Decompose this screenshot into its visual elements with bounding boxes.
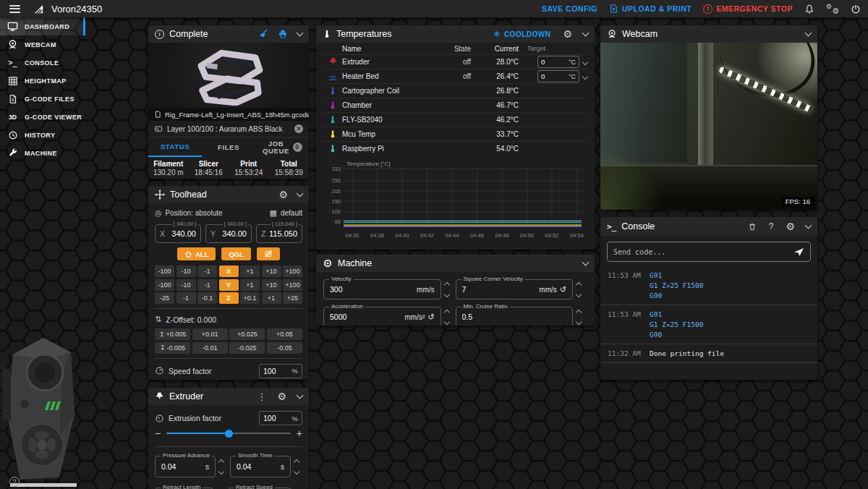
extruder-target-field[interactable]: °C: [537, 56, 579, 68]
clear-console-trash-icon[interactable]: [748, 222, 757, 231]
motors-off-button[interactable]: [257, 247, 280, 260]
z-offset-up-button[interactable]: +0.01: [192, 328, 228, 340]
move-button[interactable]: -10: [176, 265, 196, 277]
move-button[interactable]: -1: [197, 279, 217, 291]
y-axis-key[interactable]: Y: [219, 279, 239, 291]
move-button[interactable]: -0.1: [197, 292, 217, 304]
upload-print-button[interactable]: UPLOAD & PRINT: [609, 4, 692, 14]
collapse-panel-chevron-icon[interactable]: [297, 30, 304, 37]
move-button[interactable]: -100: [155, 279, 174, 291]
help-button[interactable]: ?: [9, 477, 20, 487]
sidebar-item-webcam[interactable]: WEBCAM: [0, 35, 85, 54]
toolhead-settings-gear-icon[interactable]: ⚙: [278, 190, 288, 200]
extrusion-factor-field[interactable]: %: [259, 411, 302, 425]
square-corner-velocity-stepper[interactable]: [573, 279, 584, 299]
increase-extrusion-icon[interactable]: +: [297, 428, 302, 438]
move-button[interactable]: +1: [240, 279, 260, 291]
move-button[interactable]: +10: [262, 279, 281, 291]
min-cruise-ratio-stepper[interactable]: [573, 307, 584, 326]
collapse-panel-chevron-icon[interactable]: [582, 30, 590, 37]
move-button[interactable]: -1: [176, 292, 196, 304]
emergency-stop-button[interactable]: ! EMERGENCY STOP: [703, 4, 793, 14]
hamburger-menu-icon[interactable]: [9, 3, 20, 14]
min-cruise-ratio-field[interactable]: Min. Cruise Ratio: [456, 307, 574, 326]
collapse-panel-chevron-icon[interactable]: [805, 30, 812, 37]
tab-files[interactable]: FILES: [202, 137, 255, 157]
sidebar-item-heightmap[interactable]: HEIGHTMAP: [0, 72, 85, 90]
velocity-stepper[interactable]: [441, 279, 453, 299]
console-gcode-line[interactable]: G90: [650, 330, 810, 340]
decrease-extrusion-icon[interactable]: −: [155, 428, 161, 438]
acceleration-input[interactable]: [330, 312, 363, 321]
heater-bed-target-field[interactable]: °C: [537, 70, 579, 82]
move-button[interactable]: +100: [283, 279, 302, 291]
reset-icon[interactable]: ↺: [427, 313, 434, 321]
console-gcode-line[interactable]: G90: [650, 291, 810, 301]
sidebar-item-history[interactable]: HISTORY: [0, 126, 85, 144]
move-button[interactable]: +10: [262, 265, 281, 277]
tab-status[interactable]: STATUS: [148, 137, 202, 157]
cooldown-button[interactable]: ❄ COOLDOWN: [493, 30, 550, 39]
z-position-field[interactable]: [ 115.040 ] Z 115.050: [256, 224, 302, 243]
extruder-settings-gear-icon[interactable]: ⚙: [277, 391, 286, 401]
sidebar-item-gcode-files[interactable]: G-CODE FILES: [0, 90, 85, 108]
x-position-field[interactable]: [ 340.00 ] X 340.00: [155, 224, 201, 243]
notifications-bell-icon[interactable]: [804, 4, 814, 14]
console-gcode-line[interactable]: G91: [650, 271, 810, 281]
extrusion-factor-slider[interactable]: [166, 433, 291, 434]
min-cruise-ratio-input[interactable]: [462, 312, 495, 321]
move-button[interactable]: -10: [176, 279, 196, 291]
move-button[interactable]: +25: [283, 292, 302, 304]
z-offset-down-button[interactable]: -0.01: [192, 342, 228, 354]
acceleration-stepper[interactable]: [441, 307, 453, 326]
speed-factor-input[interactable]: [263, 367, 285, 375]
console-settings-gear-icon[interactable]: ⚙: [786, 221, 795, 231]
move-button[interactable]: -25: [155, 292, 174, 304]
square-corner-velocity-input[interactable]: [462, 285, 495, 294]
slider-thumb[interactable]: [225, 430, 233, 438]
move-button[interactable]: +1: [240, 265, 260, 277]
collapse-panel-chevron-icon[interactable]: [805, 222, 812, 229]
temps-settings-gear-icon[interactable]: ⚙: [563, 29, 572, 39]
more-options-dots-icon[interactable]: ⋮: [257, 392, 266, 401]
square-corner-velocity-field[interactable]: Square Corner Velocity mm/s↺: [456, 279, 574, 299]
target-dropdown-caret-icon[interactable]: [582, 73, 588, 79]
tab-job-queue[interactable]: JOB QUEUE 0: [255, 137, 309, 157]
z-offset-down-button[interactable]: ↧ -0.005: [155, 342, 190, 354]
send-icon[interactable]: [793, 247, 804, 257]
collapse-panel-chevron-icon[interactable]: [297, 190, 304, 197]
console-gcode-line[interactable]: G1 Z+25 F1500: [650, 281, 810, 291]
y-position-field[interactable]: [ 340.00 ] Y 340.00: [205, 224, 252, 243]
z-offset-up-button[interactable]: +0.05: [267, 328, 302, 340]
heater-bed-target-input[interactable]: [541, 72, 557, 80]
interface-settings-icon[interactable]: ⚙⚙: [826, 3, 839, 14]
sidebar-item-gcode-viewer[interactable]: 3D G-CODE VIEWER: [0, 108, 85, 126]
move-button[interactable]: -1: [197, 265, 217, 277]
qgl-button[interactable]: QGL: [221, 247, 251, 260]
x-axis-key[interactable]: X: [219, 265, 239, 277]
power-icon[interactable]: [851, 4, 861, 14]
smooth-time-field[interactable]: Smooth Time s: [230, 456, 291, 477]
console-gcode-line[interactable]: G1 Z+25 F1500: [650, 320, 810, 330]
move-button[interactable]: +1: [262, 292, 281, 304]
sidebar-item-machine[interactable]: MACHINE: [0, 144, 85, 162]
extruder-target-input[interactable]: [541, 58, 557, 66]
acceleration-field[interactable]: Acceleration mm/s²↺: [323, 307, 441, 326]
velocity-field[interactable]: Velocity mm/s: [323, 279, 441, 299]
collapse-panel-chevron-icon[interactable]: [297, 392, 304, 399]
home-all-button[interactable]: ALL: [177, 247, 216, 260]
z-offset-down-button[interactable]: -0.025: [229, 342, 265, 354]
move-button[interactable]: +100: [283, 265, 302, 277]
move-button[interactable]: -100: [155, 265, 174, 277]
speed-factor-field[interactable]: %: [259, 364, 302, 378]
smooth-time-stepper[interactable]: [291, 456, 302, 477]
clean-broom-icon[interactable]: [258, 29, 268, 39]
console-input-box[interactable]: [607, 242, 811, 262]
move-button[interactable]: +0.1: [240, 292, 260, 304]
velocity-input[interactable]: [330, 285, 363, 294]
console-gcode-line[interactable]: G91: [650, 310, 810, 320]
console-help-icon[interactable]: ?: [769, 222, 774, 231]
console-input[interactable]: [613, 248, 793, 256]
collapse-panel-chevron-icon[interactable]: [582, 259, 590, 266]
z-offset-down-button[interactable]: -0.05: [267, 342, 302, 354]
